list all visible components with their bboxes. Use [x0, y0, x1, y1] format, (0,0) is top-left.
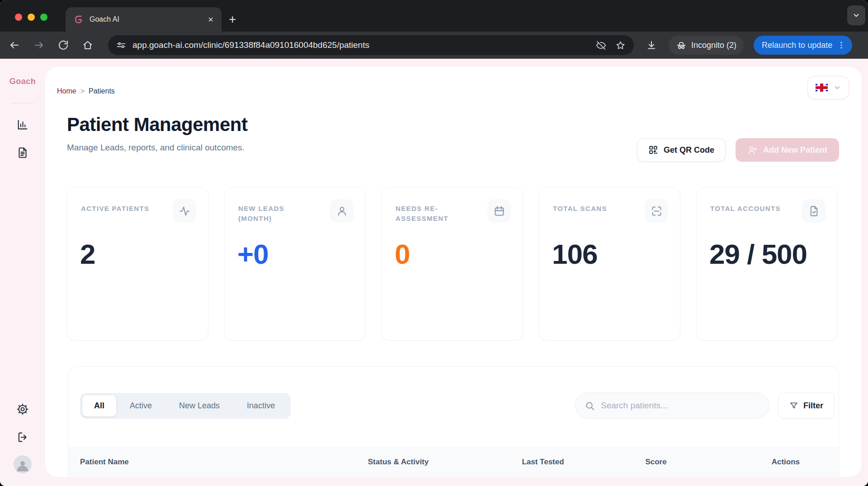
activity-icon — [173, 199, 196, 223]
patients-table-card: All Active New Leads Inactive Filter — [68, 366, 839, 477]
back-icon[interactable] — [9, 40, 20, 51]
reload-icon[interactable] — [58, 40, 69, 51]
calendar-icon — [487, 199, 511, 223]
relaunch-button[interactable]: Relaunch to update — [754, 36, 852, 55]
stat-card-needs-reassessment: NEEDS RE-ASSESSMENT 0 — [382, 187, 523, 341]
get-qr-code-button[interactable]: Get QR Code — [637, 138, 726, 162]
search-icon — [585, 401, 595, 411]
stat-label: ACTIVE PATIENTS — [81, 204, 162, 214]
url-bar[interactable]: app.goach-ai.com/clinic/691338f84a091016… — [108, 35, 634, 55]
breadcrumb-separator: > — [80, 87, 85, 95]
tab-new-leads[interactable]: New Leads — [165, 395, 233, 416]
filter-label: Filter — [803, 401, 823, 411]
sidebar-item-reports[interactable] — [16, 146, 29, 159]
stat-card-new-leads: NEW LEADS (MONTH) +0 — [224, 187, 366, 341]
stat-card-active-patients: ACTIVE PATIENTS 2 — [67, 187, 208, 341]
search-input[interactable] — [601, 401, 760, 411]
stats-row: ACTIVE PATIENTS 2 NEW LEADS (MONTH) +0 N… — [67, 187, 838, 341]
column-score: Score — [611, 458, 701, 467]
breadcrumb-current: Patients — [89, 87, 115, 95]
sidebar-item-settings[interactable] — [16, 403, 29, 416]
stat-label: NEEDS RE-ASSESSMENT — [396, 204, 477, 224]
get-qr-code-label: Get QR Code — [664, 145, 714, 155]
page-background: Goach Home > Patients Patie — [0, 59, 868, 486]
chevron-down-icon — [852, 11, 860, 19]
tab-all[interactable]: All — [82, 395, 116, 416]
user-icon — [330, 199, 354, 223]
column-patient-name: Patient Name — [68, 458, 321, 467]
incognito-icon — [676, 40, 687, 51]
tab-title: Goach AI — [90, 15, 119, 23]
browser-toolbar: app.goach-ai.com/clinic/691338f84a091016… — [0, 32, 868, 59]
file-check-icon — [802, 199, 826, 223]
url-text[interactable]: app.goach-ai.com/clinic/691338f84a091016… — [132, 40, 369, 50]
filter-tabs: All Active New Leads Inactive — [80, 393, 291, 419]
tab-search-button[interactable] — [847, 5, 865, 25]
minimize-window-button[interactable] — [28, 14, 35, 21]
breadcrumb-home-link[interactable]: Home — [57, 87, 76, 95]
tab-active[interactable]: Active — [116, 395, 165, 416]
incognito-label: Incognito (2) — [691, 41, 736, 50]
tab-inactive[interactable]: Inactive — [233, 395, 288, 416]
stat-value: 2 — [80, 235, 193, 273]
language-selector[interactable] — [807, 76, 849, 99]
breadcrumb: Home > Patients — [57, 87, 115, 95]
site-settings-icon[interactable] — [116, 40, 126, 50]
uk-flag-icon — [816, 84, 828, 92]
home-icon[interactable] — [82, 40, 93, 51]
column-actions: Actions — [701, 458, 828, 467]
add-new-patient-button[interactable]: Add New Patient — [736, 138, 839, 162]
browser-window: Goach AI × + app.goach-ai.com/clinic/691… — [0, 0, 868, 486]
sidebar-divider — [12, 103, 33, 103]
close-window-button[interactable] — [15, 14, 22, 21]
user-silhouette-icon — [16, 459, 29, 472]
column-status-activity: Status & Activity — [321, 458, 475, 467]
search-box[interactable] — [575, 393, 769, 419]
stat-label: TOTAL SCANS — [553, 204, 634, 214]
browser-tab[interactable]: Goach AI × — [66, 7, 222, 32]
incognito-badge[interactable]: Incognito (2) — [669, 36, 744, 55]
table-header-row: Patient Name Status & Activity Last Test… — [68, 447, 839, 477]
stat-value: 29 / 500 — [709, 235, 822, 273]
tab-strip: Goach AI × + — [0, 0, 868, 32]
relaunch-label: Relaunch to update — [762, 41, 832, 50]
sidebar: Goach — [0, 59, 45, 486]
bookmark-star-icon[interactable] — [615, 40, 626, 51]
window-controls — [15, 14, 47, 21]
download-icon[interactable] — [646, 40, 657, 51]
maximize-window-button[interactable] — [40, 14, 47, 21]
sidebar-item-dashboard[interactable] — [16, 118, 29, 131]
table-toolbar: All Active New Leads Inactive Filter — [80, 391, 835, 420]
page-header: Patient Management Manage Leads, reports… — [67, 114, 839, 162]
stat-value: 0 — [395, 235, 508, 273]
avatar[interactable] — [14, 455, 32, 473]
forward-icon[interactable] — [33, 40, 44, 51]
stat-label: NEW LEADS (MONTH) — [238, 204, 320, 224]
goach-logo: Goach — [0, 77, 45, 86]
stat-card-total-accounts: TOTAL ACCOUNTS 29 / 500 — [696, 187, 838, 341]
new-tab-icon[interactable]: + — [229, 13, 236, 26]
qr-code-icon — [648, 145, 658, 155]
stat-card-total-scans: TOTAL SCANS 106 — [539, 187, 680, 341]
kebab-menu-icon[interactable] — [837, 41, 846, 50]
funnel-icon — [789, 401, 798, 410]
user-plus-icon — [747, 145, 758, 155]
chevron-down-icon — [833, 84, 841, 92]
stat-value: 106 — [552, 235, 665, 273]
main-panel: Home > Patients Patient Management Manag… — [45, 67, 862, 477]
eye-off-icon[interactable] — [596, 40, 606, 51]
column-last-tested: Last Tested — [475, 458, 611, 467]
page-title: Patient Management — [67, 114, 247, 136]
close-tab-icon[interactable]: × — [208, 15, 213, 24]
stat-label: TOTAL ACCOUNTS — [710, 204, 792, 214]
page-subtitle: Manage Leads, reports, and clinical outc… — [67, 143, 247, 153]
add-new-patient-label: Add New Patient — [763, 145, 827, 155]
filter-button[interactable]: Filter — [778, 393, 835, 419]
goach-favicon — [74, 14, 85, 25]
sidebar-item-logout[interactable] — [16, 431, 29, 444]
scan-icon — [645, 199, 668, 223]
stat-value: +0 — [237, 235, 350, 273]
